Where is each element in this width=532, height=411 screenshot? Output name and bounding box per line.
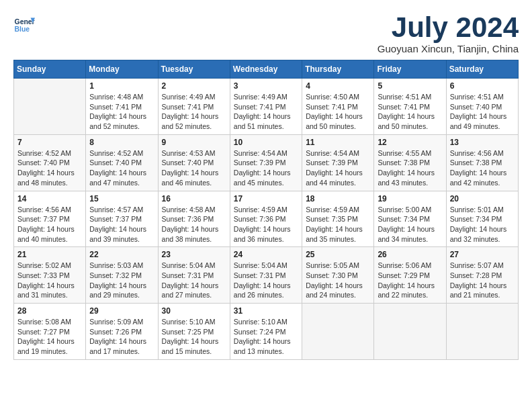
day-number: 27 xyxy=(450,250,515,259)
day-header-friday: Friday xyxy=(374,60,446,79)
month-title: July 2024 xyxy=(378,13,519,42)
day-info: Sunrise: 5:02 AM Sunset: 7:33 PM Dayligh… xyxy=(17,261,82,300)
day-info: Sunrise: 4:49 AM Sunset: 7:41 PM Dayligh… xyxy=(162,92,226,132)
day-header-wednesday: Wednesday xyxy=(230,60,302,79)
day-number: 8 xyxy=(89,138,154,147)
day-info: Sunrise: 4:51 AM Sunset: 7:40 PM Dayligh… xyxy=(450,92,515,132)
day-info: Sunrise: 5:06 AM Sunset: 7:29 PM Dayligh… xyxy=(378,261,442,300)
week-row-5: 28Sunrise: 5:08 AM Sunset: 7:27 PM Dayli… xyxy=(14,304,519,360)
day-info: Sunrise: 5:07 AM Sunset: 7:28 PM Dayligh… xyxy=(450,261,515,300)
calendar-cell: 18Sunrise: 4:59 AM Sunset: 7:35 PM Dayli… xyxy=(302,191,374,247)
calendar-cell: 13Sunrise: 4:56 AM Sunset: 7:38 PM Dayli… xyxy=(446,134,518,191)
day-number: 13 xyxy=(450,138,515,147)
day-number: 11 xyxy=(306,138,370,147)
calendar-cell xyxy=(14,79,86,135)
calendar-cell: 19Sunrise: 5:00 AM Sunset: 7:34 PM Dayli… xyxy=(374,191,446,247)
day-number: 25 xyxy=(306,250,370,259)
day-header-thursday: Thursday xyxy=(302,60,374,79)
day-number: 29 xyxy=(89,306,154,316)
day-info: Sunrise: 5:05 AM Sunset: 7:30 PM Dayligh… xyxy=(306,261,370,300)
page-header: General Blue July 2024 Guoyuan Xincun, T… xyxy=(13,13,519,54)
calendar-cell: 22Sunrise: 5:03 AM Sunset: 7:32 PM Dayli… xyxy=(86,247,158,304)
calendar-cell xyxy=(374,304,446,360)
day-info: Sunrise: 4:58 AM Sunset: 7:36 PM Dayligh… xyxy=(162,205,226,244)
day-number: 5 xyxy=(378,81,442,91)
calendar-body: 1Sunrise: 4:48 AM Sunset: 7:41 PM Daylig… xyxy=(14,79,519,360)
day-number: 1 xyxy=(89,81,154,91)
day-info: Sunrise: 5:10 AM Sunset: 7:24 PM Dayligh… xyxy=(234,317,298,357)
day-number: 31 xyxy=(234,306,298,316)
week-row-1: 1Sunrise: 4:48 AM Sunset: 7:41 PM Daylig… xyxy=(14,79,519,135)
svg-text:Blue: Blue xyxy=(15,26,30,33)
week-row-4: 21Sunrise: 5:02 AM Sunset: 7:33 PM Dayli… xyxy=(14,247,519,304)
day-number: 7 xyxy=(17,138,82,147)
day-info: Sunrise: 4:57 AM Sunset: 7:37 PM Dayligh… xyxy=(89,205,154,244)
day-number: 22 xyxy=(89,250,154,259)
day-header-tuesday: Tuesday xyxy=(158,60,230,79)
calendar-cell: 27Sunrise: 5:07 AM Sunset: 7:28 PM Dayli… xyxy=(446,247,518,304)
calendar-header-row: SundayMondayTuesdayWednesdayThursdayFrid… xyxy=(14,60,519,79)
day-info: Sunrise: 5:04 AM Sunset: 7:31 PM Dayligh… xyxy=(162,261,226,300)
calendar-cell: 9Sunrise: 4:53 AM Sunset: 7:40 PM Daylig… xyxy=(158,134,230,191)
calendar-cell: 23Sunrise: 5:04 AM Sunset: 7:31 PM Dayli… xyxy=(158,247,230,304)
day-info: Sunrise: 5:01 AM Sunset: 7:34 PM Dayligh… xyxy=(450,205,515,244)
calendar-cell: 24Sunrise: 5:04 AM Sunset: 7:31 PM Dayli… xyxy=(230,247,302,304)
day-info: Sunrise: 4:51 AM Sunset: 7:41 PM Dayligh… xyxy=(378,92,442,132)
day-number: 28 xyxy=(17,306,82,316)
calendar-cell: 3Sunrise: 4:49 AM Sunset: 7:41 PM Daylig… xyxy=(230,79,302,135)
day-number: 19 xyxy=(378,194,442,203)
day-number: 10 xyxy=(234,138,298,147)
day-info: Sunrise: 4:50 AM Sunset: 7:41 PM Dayligh… xyxy=(306,92,370,132)
calendar-cell: 4Sunrise: 4:50 AM Sunset: 7:41 PM Daylig… xyxy=(302,79,374,135)
calendar-cell: 25Sunrise: 5:05 AM Sunset: 7:30 PM Dayli… xyxy=(302,247,374,304)
calendar-table: SundayMondayTuesdayWednesdayThursdayFrid… xyxy=(13,60,519,360)
day-info: Sunrise: 4:48 AM Sunset: 7:41 PM Dayligh… xyxy=(89,92,154,132)
calendar-cell: 29Sunrise: 5:09 AM Sunset: 7:26 PM Dayli… xyxy=(86,304,158,360)
day-info: Sunrise: 5:04 AM Sunset: 7:31 PM Dayligh… xyxy=(234,261,298,300)
calendar-cell: 7Sunrise: 4:52 AM Sunset: 7:40 PM Daylig… xyxy=(14,134,86,191)
week-row-3: 14Sunrise: 4:56 AM Sunset: 7:37 PM Dayli… xyxy=(14,191,519,247)
day-info: Sunrise: 4:59 AM Sunset: 7:36 PM Dayligh… xyxy=(234,205,298,244)
day-info: Sunrise: 4:54 AM Sunset: 7:39 PM Dayligh… xyxy=(306,148,370,188)
calendar-cell: 30Sunrise: 5:10 AM Sunset: 7:25 PM Dayli… xyxy=(158,304,230,360)
calendar-cell: 6Sunrise: 4:51 AM Sunset: 7:40 PM Daylig… xyxy=(446,79,518,135)
calendar-cell xyxy=(302,304,374,360)
title-block: July 2024 Guoyuan Xincun, Tianjin, China xyxy=(378,13,519,54)
day-number: 23 xyxy=(162,250,226,259)
day-info: Sunrise: 4:55 AM Sunset: 7:38 PM Dayligh… xyxy=(378,148,442,188)
calendar-cell: 10Sunrise: 4:54 AM Sunset: 7:39 PM Dayli… xyxy=(230,134,302,191)
day-number: 9 xyxy=(162,138,226,147)
day-info: Sunrise: 5:10 AM Sunset: 7:25 PM Dayligh… xyxy=(162,317,226,357)
day-header-saturday: Saturday xyxy=(446,60,518,79)
calendar-cell: 14Sunrise: 4:56 AM Sunset: 7:37 PM Dayli… xyxy=(14,191,86,247)
day-number: 6 xyxy=(450,81,515,91)
day-info: Sunrise: 4:49 AM Sunset: 7:41 PM Dayligh… xyxy=(234,92,298,132)
day-info: Sunrise: 4:56 AM Sunset: 7:37 PM Dayligh… xyxy=(17,205,82,244)
logo: General Blue xyxy=(13,13,35,35)
calendar-cell: 28Sunrise: 5:08 AM Sunset: 7:27 PM Dayli… xyxy=(14,304,86,360)
day-number: 15 xyxy=(89,194,154,203)
calendar-cell: 8Sunrise: 4:52 AM Sunset: 7:40 PM Daylig… xyxy=(86,134,158,191)
calendar-cell: 11Sunrise: 4:54 AM Sunset: 7:39 PM Dayli… xyxy=(302,134,374,191)
day-info: Sunrise: 4:52 AM Sunset: 7:40 PM Dayligh… xyxy=(89,148,154,188)
subtitle: Guoyuan Xincun, Tianjin, China xyxy=(378,43,519,54)
logo-icon: General Blue xyxy=(13,13,35,35)
calendar-cell: 17Sunrise: 4:59 AM Sunset: 7:36 PM Dayli… xyxy=(230,191,302,247)
calendar-cell xyxy=(446,304,518,360)
day-info: Sunrise: 5:08 AM Sunset: 7:27 PM Dayligh… xyxy=(17,317,82,357)
calendar-cell: 31Sunrise: 5:10 AM Sunset: 7:24 PM Dayli… xyxy=(230,304,302,360)
day-number: 21 xyxy=(17,250,82,259)
day-number: 20 xyxy=(450,194,515,203)
calendar-cell: 16Sunrise: 4:58 AM Sunset: 7:36 PM Dayli… xyxy=(158,191,230,247)
day-number: 17 xyxy=(234,194,298,203)
day-number: 4 xyxy=(306,81,370,91)
calendar-cell: 5Sunrise: 4:51 AM Sunset: 7:41 PM Daylig… xyxy=(374,79,446,135)
day-number: 14 xyxy=(17,194,82,203)
day-number: 26 xyxy=(378,250,442,259)
day-info: Sunrise: 4:56 AM Sunset: 7:38 PM Dayligh… xyxy=(450,148,515,188)
calendar-cell: 1Sunrise: 4:48 AM Sunset: 7:41 PM Daylig… xyxy=(86,79,158,135)
day-number: 16 xyxy=(162,194,226,203)
calendar-cell: 21Sunrise: 5:02 AM Sunset: 7:33 PM Dayli… xyxy=(14,247,86,304)
calendar-cell: 12Sunrise: 4:55 AM Sunset: 7:38 PM Dayli… xyxy=(374,134,446,191)
day-number: 24 xyxy=(234,250,298,259)
